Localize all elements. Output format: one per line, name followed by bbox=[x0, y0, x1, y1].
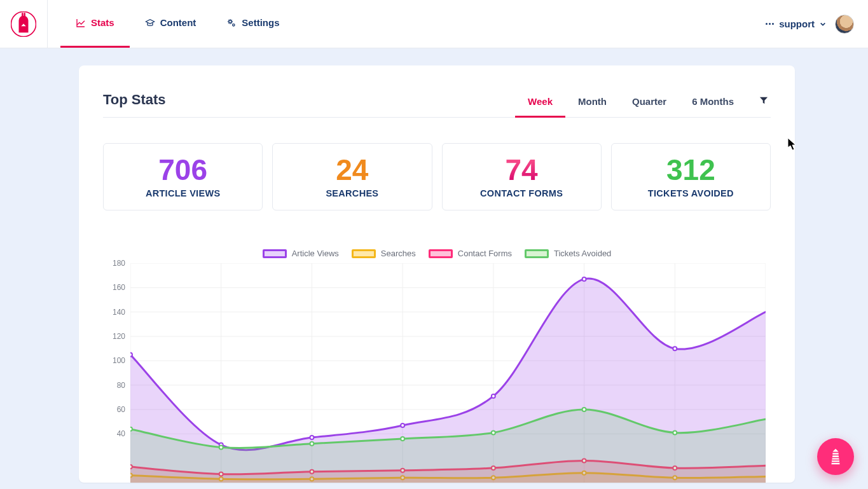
brand-logo-icon bbox=[11, 11, 36, 37]
svg-point-25 bbox=[673, 347, 677, 350]
svg-rect-47 bbox=[832, 453, 838, 454]
avatar[interactable] bbox=[835, 15, 854, 34]
tile-searches[interactable]: 24 SEARCHES bbox=[272, 143, 432, 210]
legend-item[interactable]: Tickets Avoided bbox=[525, 249, 611, 258]
range-tab-month[interactable]: Month bbox=[565, 90, 619, 118]
y-tick-label: 160 bbox=[113, 283, 125, 292]
nav-tab-stats[interactable]: Stats bbox=[60, 0, 130, 48]
card-title: Top Stats bbox=[103, 92, 166, 108]
stat-tiles: 706 ARTICLE VIEWS 24 SEARCHES 74 CONTACT… bbox=[103, 143, 771, 210]
gears-icon bbox=[226, 18, 237, 28]
svg-point-23 bbox=[492, 394, 495, 398]
chevron-down-icon bbox=[820, 21, 826, 27]
tile-label: ARTICLE VIEWS bbox=[110, 188, 256, 198]
y-tick-label: 180 bbox=[113, 259, 125, 268]
y-tick-label: 100 bbox=[113, 356, 125, 365]
legend-swatch-icon bbox=[352, 249, 376, 258]
svg-point-22 bbox=[401, 424, 404, 427]
lighthouse-icon bbox=[826, 447, 845, 466]
top-nav: Stats Content Settings support bbox=[0, 0, 868, 48]
svg-point-24 bbox=[582, 277, 586, 281]
svg-point-41 bbox=[219, 445, 223, 449]
svg-rect-49 bbox=[832, 460, 839, 461]
date-range-tabs: Week Month Quarter 6 Months bbox=[515, 90, 771, 111]
svg-point-45 bbox=[582, 408, 586, 411]
chart-plot[interactable] bbox=[130, 263, 766, 483]
nav-tab-settings[interactable]: Settings bbox=[211, 0, 294, 48]
chart-line-icon bbox=[76, 18, 86, 28]
y-tick-label: 120 bbox=[113, 332, 125, 341]
chart: Article Views Searches Contact Forms Tic… bbox=[103, 249, 771, 483]
svg-rect-48 bbox=[832, 457, 839, 458]
help-widget-button[interactable] bbox=[817, 438, 854, 475]
tile-value: 312 bbox=[618, 155, 764, 184]
svg-point-44 bbox=[492, 430, 495, 434]
tile-article-views[interactable]: 706 ARTICLE VIEWS bbox=[103, 143, 263, 210]
range-tab-quarter[interactable]: Quarter bbox=[619, 90, 679, 118]
legend-swatch-icon bbox=[429, 249, 453, 258]
y-tick-label: 80 bbox=[117, 381, 125, 390]
legend-item[interactable]: Article Views bbox=[263, 249, 339, 258]
svg-point-42 bbox=[310, 442, 313, 446]
tile-value: 706 bbox=[110, 155, 256, 184]
tile-value: 74 bbox=[449, 155, 595, 184]
chart-legend: Article Views Searches Contact Forms Tic… bbox=[103, 249, 771, 258]
top-stats-card: Top Stats Week Month Quarter 6 Months 70… bbox=[79, 65, 795, 483]
nav-tab-label: Settings bbox=[242, 17, 279, 28]
nav-tab-content[interactable]: Content bbox=[130, 0, 212, 48]
range-tab-week[interactable]: Week bbox=[515, 90, 565, 118]
svg-point-21 bbox=[310, 436, 313, 439]
tile-contact-forms[interactable]: 74 CONTACT FORMS bbox=[442, 143, 602, 210]
account-dropdown[interactable]: support bbox=[766, 18, 826, 29]
y-tick-label: 60 bbox=[117, 405, 125, 414]
svg-rect-50 bbox=[832, 462, 839, 463]
svg-point-40 bbox=[130, 427, 132, 431]
brand-logo[interactable] bbox=[0, 0, 48, 48]
primary-nav: Stats Content Settings bbox=[48, 0, 295, 48]
legend-item[interactable]: Contact Forms bbox=[429, 249, 512, 258]
tile-value: 24 bbox=[279, 155, 425, 184]
filter-icon bbox=[759, 96, 768, 105]
nav-tab-label: Content bbox=[160, 17, 196, 28]
tile-tickets-avoided[interactable]: 312 TICKETS AVOIDED bbox=[611, 143, 771, 210]
account-label: support bbox=[779, 18, 815, 29]
graduation-cap-icon bbox=[145, 18, 155, 28]
legend-item[interactable]: Searches bbox=[352, 249, 416, 258]
svg-point-46 bbox=[673, 430, 677, 434]
y-tick-label: 140 bbox=[113, 308, 125, 317]
legend-swatch-icon bbox=[525, 249, 549, 258]
filter-button[interactable] bbox=[747, 91, 771, 116]
ellipsis-icon bbox=[766, 23, 774, 25]
chart-y-axis: 180160140120100806040 bbox=[105, 263, 129, 483]
svg-point-43 bbox=[401, 437, 404, 441]
svg-point-2 bbox=[233, 24, 235, 25]
svg-point-19 bbox=[130, 353, 132, 357]
legend-swatch-icon bbox=[263, 249, 287, 258]
tile-label: TICKETS AVOIDED bbox=[618, 188, 764, 198]
nav-tab-label: Stats bbox=[91, 17, 114, 28]
tile-label: CONTACT FORMS bbox=[449, 188, 595, 198]
account-area: support bbox=[766, 0, 868, 48]
y-tick-label: 40 bbox=[117, 429, 125, 438]
tile-label: SEARCHES bbox=[279, 188, 425, 198]
svg-point-1 bbox=[229, 20, 231, 23]
range-tab-6months[interactable]: 6 Months bbox=[679, 90, 747, 118]
